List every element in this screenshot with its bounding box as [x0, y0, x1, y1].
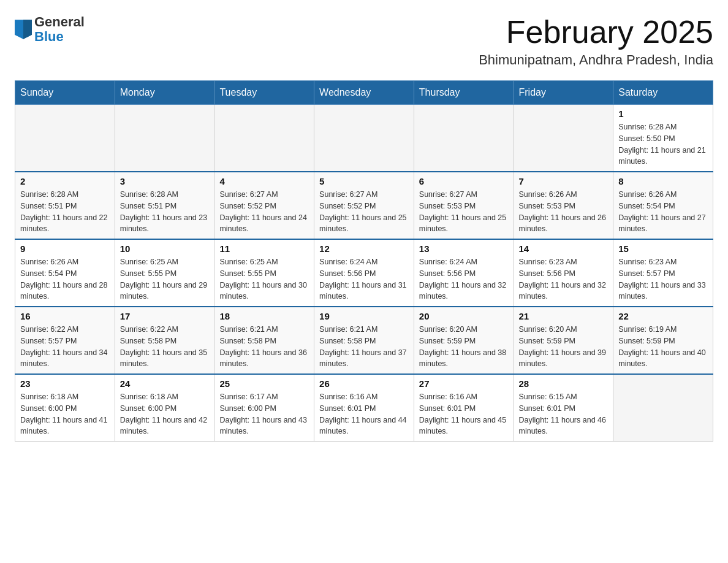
- day-info: Sunrise: 6:27 AMSunset: 5:52 PMDaylight:…: [319, 189, 409, 235]
- calendar-cell: 21Sunrise: 6:20 AMSunset: 5:59 PMDayligh…: [514, 307, 613, 374]
- calendar-cell: 26Sunrise: 6:16 AMSunset: 6:01 PMDayligh…: [314, 374, 414, 442]
- calendar-cell: 10Sunrise: 6:25 AMSunset: 5:55 PMDayligh…: [115, 239, 214, 307]
- day-info: Sunrise: 6:16 AMSunset: 6:01 PMDaylight:…: [419, 391, 509, 437]
- calendar-cell: [414, 105, 514, 172]
- calendar-cell: 15Sunrise: 6:23 AMSunset: 5:57 PMDayligh…: [613, 239, 713, 307]
- calendar-cell: 2Sunrise: 6:28 AMSunset: 5:51 PMDaylight…: [15, 172, 115, 239]
- day-number: 15: [618, 243, 708, 254]
- calendar-cell: 18Sunrise: 6:21 AMSunset: 5:58 PMDayligh…: [214, 307, 314, 374]
- day-number: 1: [618, 109, 708, 119]
- day-number: 21: [519, 311, 609, 321]
- calendar-cell: 11Sunrise: 6:25 AMSunset: 5:55 PMDayligh…: [214, 239, 314, 307]
- day-info: Sunrise: 6:15 AMSunset: 6:01 PMDaylight:…: [519, 391, 609, 437]
- calendar-cell: [514, 105, 613, 172]
- month-title: February 2025: [479, 15, 713, 50]
- calendar-cell: 25Sunrise: 6:17 AMSunset: 6:00 PMDayligh…: [214, 374, 314, 442]
- day-info: Sunrise: 6:16 AMSunset: 6:01 PMDaylight:…: [319, 391, 409, 437]
- day-info: Sunrise: 6:28 AMSunset: 5:51 PMDaylight:…: [120, 189, 210, 235]
- logo-icon: [15, 21, 32, 38]
- calendar-cell: [613, 374, 713, 442]
- header-day-saturday: Saturday: [613, 81, 713, 105]
- calendar-cell: 19Sunrise: 6:21 AMSunset: 5:58 PMDayligh…: [314, 307, 414, 374]
- day-info: Sunrise: 6:26 AMSunset: 5:54 PMDaylight:…: [20, 256, 110, 302]
- day-info: Sunrise: 6:23 AMSunset: 5:57 PMDaylight:…: [618, 256, 708, 302]
- page-header: General Blue February 2025 Bhimunipatnam…: [15, 15, 713, 68]
- day-number: 14: [519, 243, 609, 254]
- calendar-week-1: 1Sunrise: 6:28 AMSunset: 5:50 PMDaylight…: [15, 105, 713, 172]
- calendar-body: 1Sunrise: 6:28 AMSunset: 5:50 PMDaylight…: [15, 105, 713, 442]
- calendar-cell: 7Sunrise: 6:26 AMSunset: 5:53 PMDaylight…: [514, 172, 613, 239]
- header-day-friday: Friday: [514, 81, 613, 105]
- calendar-cell: [314, 105, 414, 172]
- day-info: Sunrise: 6:28 AMSunset: 5:50 PMDaylight:…: [618, 121, 708, 167]
- calendar-cell: 1Sunrise: 6:28 AMSunset: 5:50 PMDaylight…: [613, 105, 713, 172]
- calendar-header: SundayMondayTuesdayWednesdayThursdayFrid…: [15, 81, 713, 105]
- calendar-cell: [15, 105, 115, 172]
- day-info: Sunrise: 6:18 AMSunset: 6:00 PMDaylight:…: [20, 391, 110, 437]
- location: Bhimunipatnam, Andhra Pradesh, India: [479, 52, 713, 68]
- day-number: 26: [319, 378, 409, 389]
- logo-blue: Blue: [34, 29, 85, 44]
- header-day-thursday: Thursday: [414, 81, 514, 105]
- calendar-cell: 20Sunrise: 6:20 AMSunset: 5:59 PMDayligh…: [414, 307, 514, 374]
- day-info: Sunrise: 6:22 AMSunset: 5:58 PMDaylight:…: [120, 324, 210, 370]
- header-day-monday: Monday: [115, 81, 214, 105]
- day-info: Sunrise: 6:19 AMSunset: 5:59 PMDaylight:…: [618, 324, 708, 370]
- day-number: 4: [219, 176, 309, 186]
- day-number: 25: [219, 378, 309, 389]
- header-row: SundayMondayTuesdayWednesdayThursdayFrid…: [15, 81, 713, 105]
- day-info: Sunrise: 6:25 AMSunset: 5:55 PMDaylight:…: [219, 256, 309, 302]
- day-info: Sunrise: 6:28 AMSunset: 5:51 PMDaylight:…: [20, 189, 110, 235]
- calendar-cell: 16Sunrise: 6:22 AMSunset: 5:57 PMDayligh…: [15, 307, 115, 374]
- day-number: 7: [519, 176, 609, 186]
- day-info: Sunrise: 6:27 AMSunset: 5:52 PMDaylight:…: [219, 189, 309, 235]
- day-number: 27: [419, 378, 509, 389]
- day-info: Sunrise: 6:26 AMSunset: 5:53 PMDaylight:…: [519, 189, 609, 235]
- calendar-cell: 28Sunrise: 6:15 AMSunset: 6:01 PMDayligh…: [514, 374, 613, 442]
- day-number: 3: [120, 176, 210, 186]
- calendar-cell: 27Sunrise: 6:16 AMSunset: 6:01 PMDayligh…: [414, 374, 514, 442]
- day-number: 8: [618, 176, 708, 186]
- calendar-cell: 23Sunrise: 6:18 AMSunset: 6:00 PMDayligh…: [15, 374, 115, 442]
- calendar-cell: [214, 105, 314, 172]
- calendar-cell: [115, 105, 214, 172]
- day-number: 2: [20, 176, 110, 186]
- day-number: 9: [20, 243, 110, 254]
- day-info: Sunrise: 6:18 AMSunset: 6:00 PMDaylight:…: [120, 391, 210, 437]
- day-number: 13: [419, 243, 509, 254]
- day-info: Sunrise: 6:24 AMSunset: 5:56 PMDaylight:…: [419, 256, 509, 302]
- calendar-cell: 4Sunrise: 6:27 AMSunset: 5:52 PMDaylight…: [214, 172, 314, 239]
- logo-general: General: [34, 15, 85, 29]
- day-number: 10: [120, 243, 210, 254]
- day-info: Sunrise: 6:24 AMSunset: 5:56 PMDaylight:…: [319, 256, 409, 302]
- calendar-cell: 5Sunrise: 6:27 AMSunset: 5:52 PMDaylight…: [314, 172, 414, 239]
- day-info: Sunrise: 6:20 AMSunset: 5:59 PMDaylight:…: [519, 324, 609, 370]
- day-info: Sunrise: 6:21 AMSunset: 5:58 PMDaylight:…: [319, 324, 409, 370]
- calendar-cell: 17Sunrise: 6:22 AMSunset: 5:58 PMDayligh…: [115, 307, 214, 374]
- day-info: Sunrise: 6:20 AMSunset: 5:59 PMDaylight:…: [419, 324, 509, 370]
- calendar-cell: 13Sunrise: 6:24 AMSunset: 5:56 PMDayligh…: [414, 239, 514, 307]
- day-info: Sunrise: 6:25 AMSunset: 5:55 PMDaylight:…: [120, 256, 210, 302]
- day-number: 17: [120, 311, 210, 321]
- day-number: 28: [519, 378, 609, 389]
- header-day-tuesday: Tuesday: [214, 81, 314, 105]
- day-info: Sunrise: 6:21 AMSunset: 5:58 PMDaylight:…: [219, 324, 309, 370]
- day-number: 24: [120, 378, 210, 389]
- day-number: 20: [419, 311, 509, 321]
- day-number: 22: [618, 311, 708, 321]
- calendar-week-5: 23Sunrise: 6:18 AMSunset: 6:00 PMDayligh…: [15, 374, 713, 442]
- day-info: Sunrise: 6:17 AMSunset: 6:00 PMDaylight:…: [219, 391, 309, 437]
- day-info: Sunrise: 6:27 AMSunset: 5:53 PMDaylight:…: [419, 189, 509, 235]
- calendar-cell: 3Sunrise: 6:28 AMSunset: 5:51 PMDaylight…: [115, 172, 214, 239]
- calendar-cell: 6Sunrise: 6:27 AMSunset: 5:53 PMDaylight…: [414, 172, 514, 239]
- day-number: 11: [219, 243, 309, 254]
- day-info: Sunrise: 6:23 AMSunset: 5:56 PMDaylight:…: [519, 256, 609, 302]
- day-number: 5: [319, 176, 409, 186]
- calendar-week-2: 2Sunrise: 6:28 AMSunset: 5:51 PMDaylight…: [15, 172, 713, 239]
- logo-text: General Blue: [34, 15, 85, 44]
- calendar-week-4: 16Sunrise: 6:22 AMSunset: 5:57 PMDayligh…: [15, 307, 713, 374]
- title-block: February 2025 Bhimunipatnam, Andhra Prad…: [479, 15, 713, 68]
- calendar-week-3: 9Sunrise: 6:26 AMSunset: 5:54 PMDaylight…: [15, 239, 713, 307]
- svg-marker-1: [23, 20, 32, 39]
- day-number: 23: [20, 378, 110, 389]
